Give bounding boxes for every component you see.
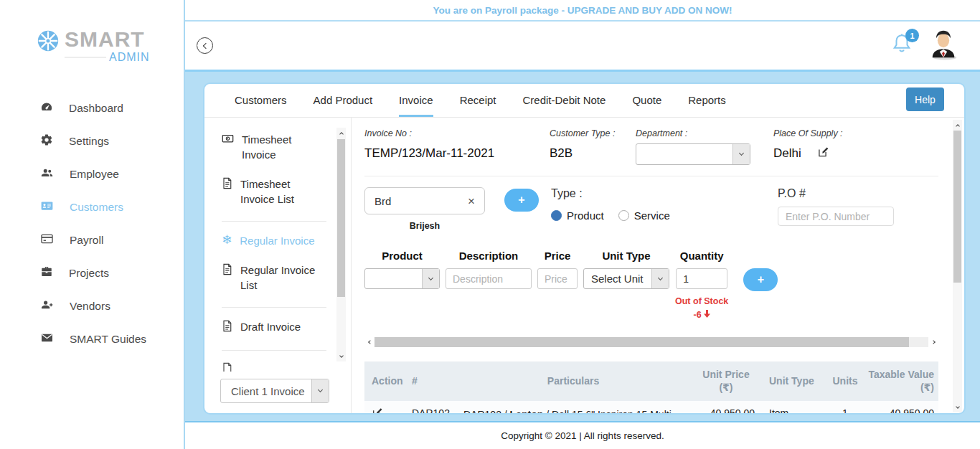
sidebar-item-label: Settings (69, 135, 109, 148)
chevron-down-icon (732, 144, 750, 164)
scroll-thumb[interactable] (337, 139, 345, 297)
logo-text-smart: SMART (65, 29, 150, 50)
sidebar-item-label: SMART Guides (70, 333, 146, 346)
quantity-column-header: Quantity (680, 250, 724, 262)
sidebar-item-projects[interactable]: Projects (0, 257, 184, 290)
divider (222, 350, 326, 351)
tab-customers[interactable]: Customers (235, 84, 287, 117)
help-button[interactable]: Help (906, 88, 944, 111)
place-of-supply-label: Place Of Supply : (773, 128, 938, 138)
scroll-thumb[interactable] (953, 131, 961, 283)
tab-receipt[interactable]: Receipt (460, 84, 496, 117)
scroll-up-arrow[interactable] (953, 120, 962, 130)
horizontal-scrollbar[interactable] (364, 337, 938, 348)
sidebar-item-vendors[interactable]: Vendors (0, 290, 184, 323)
notifications-button[interactable]: 1 (891, 32, 915, 57)
sidebar-item-smart-guides[interactable]: SMART Guides (0, 323, 184, 356)
add-line-item-button[interactable]: + (743, 268, 778, 291)
col-action: Action (369, 375, 412, 387)
content-area: Customers Add Product Invoice Receipt Cr… (185, 70, 980, 422)
id-card-icon (40, 199, 54, 215)
edit-row-icon[interactable] (372, 407, 383, 415)
sidebar-item-employee[interactable]: Employee (0, 158, 184, 191)
price-input[interactable] (537, 268, 578, 289)
sidebar-item-label: Projects (69, 267, 109, 280)
department-select[interactable] (636, 143, 750, 165)
scroll-right-arrow[interactable] (930, 341, 938, 344)
sidebar-item-label: Customers (70, 201, 123, 214)
price-column-header: Price (545, 250, 571, 262)
scroll-down-arrow[interactable] (336, 351, 346, 361)
tab-bar: Customers Add Product Invoice Receipt Cr… (204, 84, 964, 118)
submenu-item-regular-invoice[interactable]: ❄ Regular Invoice (222, 233, 326, 248)
edit-place-icon[interactable] (817, 146, 829, 161)
submenu-item-timesheet-invoice-list[interactable]: Timesheet Invoice List (222, 176, 326, 207)
radio-product[interactable]: Product (551, 209, 604, 222)
users-icon (40, 166, 54, 182)
customer-type-label: Customer Type : (550, 128, 636, 138)
sidebar-item-label: Employee (70, 168, 119, 181)
client-invoice-select[interactable]: Client 1 Invoice (220, 379, 329, 403)
quantity-input[interactable] (676, 268, 727, 289)
customer-suggestion[interactable]: Brijesh (364, 221, 485, 231)
envelope-icon (40, 331, 54, 347)
logo[interactable]: SMART ADMIN (0, 0, 184, 63)
submenu-item-draft-invoice[interactable]: Draft Invoice (222, 319, 326, 336)
tab-reports[interactable]: Reports (688, 84, 726, 117)
row-product-id: DAR102 (412, 407, 463, 415)
customer-search-input[interactable] (374, 195, 468, 207)
upgrade-banner[interactable]: You are on Payroll package - UPGRADE AND… (185, 0, 980, 22)
form-scrollbar[interactable] (953, 120, 962, 412)
scroll-down-arrow[interactable] (953, 402, 962, 412)
product-select[interactable] (364, 268, 440, 289)
invoice-submenu: Timesheet Invoice Timesheet Invoice List… (204, 118, 352, 413)
tab-add-product[interactable]: Add Product (314, 84, 373, 117)
department-label: Department : (636, 128, 773, 138)
add-customer-button[interactable]: + (504, 189, 539, 212)
row-unit-price: 40,950.00 (694, 407, 758, 415)
chevron-down-icon (422, 269, 439, 288)
bell-icon (891, 46, 913, 58)
user-avatar[interactable] (927, 29, 960, 60)
footer: Copyright © 2021 | All rights reserved. (185, 422, 980, 449)
user-plus-icon (40, 298, 54, 314)
radio-service-circle[interactable] (618, 210, 629, 221)
document-icon (222, 176, 232, 207)
submenu-scrollbar[interactable] (336, 128, 346, 361)
row-units: 1 (824, 407, 867, 415)
tab-quote[interactable]: Quote (632, 84, 661, 117)
unit-type-select[interactable]: Select Unit (583, 268, 669, 289)
submenu-item-regular-invoice-list[interactable]: Regular Invoice List (222, 263, 326, 293)
tab-credit-debit-note[interactable]: Credit-Debit Note (522, 84, 606, 117)
description-input[interactable] (446, 268, 532, 289)
submenu-item-timesheet-invoice[interactable]: Timesheet Invoice (222, 132, 326, 162)
invoice-no-label: Invoice No : (364, 128, 550, 138)
clear-search-icon[interactable]: × (468, 195, 475, 207)
row-unit-type: Item (758, 407, 824, 415)
notification-badge: 1 (905, 29, 919, 42)
table-header-row: Action # Particulars Unit Price (₹) Unit… (364, 361, 938, 402)
scroll-up-arrow[interactable] (336, 128, 346, 138)
sidebar-item-label: Dashboard (69, 102, 123, 115)
sidebar-item-settings[interactable]: Settings (0, 125, 184, 158)
sidebar-item-label: Payroll (70, 234, 103, 247)
unit-type-column-header: Unit Type (602, 250, 650, 262)
radio-service[interactable]: Service (618, 209, 670, 222)
scroll-thumb[interactable] (374, 337, 909, 347)
document-icon (222, 263, 232, 293)
sidebar-item-payroll[interactable]: Payroll (0, 224, 184, 257)
divider (222, 221, 326, 222)
line-items-table: Action # Particulars Unit Price (₹) Unit… (364, 361, 938, 415)
po-number-input[interactable] (778, 207, 894, 226)
tab-invoice[interactable]: Invoice (399, 84, 433, 117)
logo-underline (65, 57, 106, 58)
sidebar-item-customers[interactable]: Customers (0, 191, 184, 224)
table-row: DAR102 DAR102 / Laptop / Dell 15.6" Insp… (364, 401, 938, 415)
sidebar-item-dashboard[interactable]: Dashboard (0, 92, 184, 125)
scroll-left-arrow[interactable] (364, 341, 373, 344)
invoice-no-value: TEMP/123/Mar-11-2021 (364, 146, 550, 161)
radio-product-circle[interactable] (551, 210, 562, 221)
chevron-left-icon (203, 42, 209, 48)
main-column: You are on Payroll package - UPGRADE AND… (185, 0, 980, 449)
back-button[interactable] (197, 37, 213, 54)
